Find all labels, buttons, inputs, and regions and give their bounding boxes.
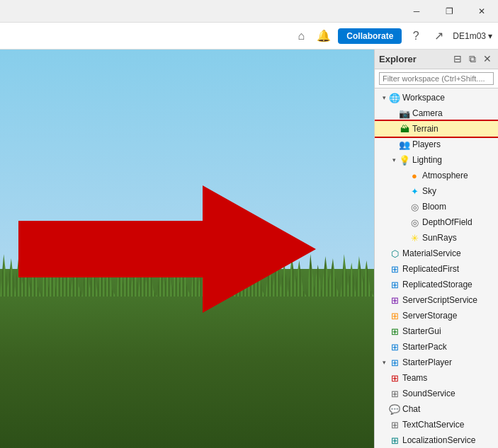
tree-item-icon-serverscriptservice: ⊞ <box>389 294 400 306</box>
tree-item-label-chat: Chat <box>402 404 420 414</box>
tree-item-starterplayer[interactable]: ▾⊞StarterPlayer <box>375 355 498 370</box>
tree-item-icon-bloom: ◎ <box>409 201 420 212</box>
filter-bar <box>375 69 498 88</box>
close-button[interactable]: ✕ <box>465 0 498 23</box>
tree-item-icon-soundservice: ⊞ <box>389 388 400 399</box>
tree-item-label-atmosphere: Atmosphere <box>422 171 468 180</box>
tree-expand-arrow <box>399 171 409 180</box>
tree-item-icon-starterplayer: ⊞ <box>389 357 400 368</box>
explorer-title: Explorer <box>379 54 417 64</box>
tree-expand-arrow <box>379 404 389 414</box>
share-icon[interactable]: ↗ <box>430 28 447 45</box>
tree-item-icon-terrain: 🏔 <box>399 123 410 134</box>
tree-expand-arrow <box>379 389 389 398</box>
tree-expand-arrow <box>389 139 399 149</box>
notification-icon[interactable]: 🔔 <box>315 28 332 45</box>
user-menu[interactable]: DE1m03 ▾ <box>453 31 492 41</box>
tree-item-terrain[interactable]: 🏔Terrain <box>375 121 498 137</box>
tree-item-label-workspace: Workspace <box>402 93 445 103</box>
tree-item-localizationservice[interactable]: ⊞LocalizationService <box>375 432 498 448</box>
tree-item-startergui[interactable]: ⊞StarterGui <box>375 323 498 339</box>
maximize-button[interactable]: ❐ <box>433 0 465 23</box>
tree-item-icon-sunrays: ✳ <box>409 232 420 243</box>
tree-item-replicatedstorage[interactable]: ⊞ReplicatedStorage <box>375 277 498 292</box>
tree-expand-arrow <box>379 326 389 336</box>
help-icon[interactable]: ? <box>407 28 424 45</box>
tree-item-label-depthoffield: DepthOfField <box>422 217 472 227</box>
tree-expand-arrow <box>379 248 389 258</box>
tree-expand-arrow <box>399 186 409 196</box>
tree-item-label-materialservice: MaterialService <box>402 248 461 258</box>
tree-item-sky[interactable]: ✦Sky <box>375 183 498 199</box>
tree-item-label-localizationservice: LocalizationService <box>402 435 475 445</box>
tree-expand-arrow <box>399 202 409 212</box>
tree-item-replicatedfirst[interactable]: ⊞ReplicatedFirst <box>375 261 498 277</box>
tree-item-camera[interactable]: 📷Camera <box>375 105 498 121</box>
tree-item-chat[interactable]: 💬Chat <box>375 401 498 417</box>
viewport <box>0 50 374 448</box>
explorer-header: Explorer ⊟ ⧉ ✕ <box>375 50 498 69</box>
tree-expand-arrow[interactable]: ▾ <box>379 357 389 367</box>
chevron-down-icon: ▾ <box>488 31 492 41</box>
tree-item-icon-teams: ⊞ <box>389 372 400 384</box>
collaborate-button[interactable]: Collaborate <box>338 28 402 44</box>
tree-expand-arrow <box>379 295 389 305</box>
tree-item-workspace[interactable]: ▾🌐Workspace <box>375 90 498 105</box>
tree-item-atmosphere[interactable]: ●Atmosphere <box>375 168 498 183</box>
tree-item-serverstorage[interactable]: ⊞ServerStorage <box>375 308 498 323</box>
explorer-dock-icon[interactable]: ⧉ <box>467 52 478 66</box>
tree-item-icon-localizationservice: ⊞ <box>389 435 400 446</box>
tree-item-textchatservice[interactable]: ⊞TextChatService <box>375 417 498 432</box>
tree-item-icon-workspace: 🌐 <box>389 92 400 103</box>
tree-item-starterpack[interactable]: ⊞StarterPack <box>375 339 498 355</box>
tree-item-label-soundservice: SoundService <box>402 389 455 398</box>
tree-expand-arrow <box>399 217 409 227</box>
explorer-close-icon[interactable]: ✕ <box>481 52 494 66</box>
tree-expand-arrow <box>389 124 399 134</box>
tree-expand-arrow <box>379 342 389 352</box>
tree-item-serverscriptservice[interactable]: ⊞ServerScriptService <box>375 292 498 308</box>
tree-item-soundservice[interactable]: ⊞SoundService <box>375 386 498 401</box>
main-area: Explorer ⊟ ⧉ ✕ ▾🌐Workspace📷Camera🏔Terrai… <box>0 50 498 448</box>
tree-item-label-serverscriptservice: ServerScriptService <box>402 295 477 305</box>
minimize-button[interactable]: ─ <box>400 0 433 23</box>
window-controls: ─ ❐ ✕ <box>400 0 498 22</box>
tree-item-bloom[interactable]: ◎Bloom <box>375 199 498 214</box>
tree-expand-arrow <box>379 373 389 383</box>
tree-item-icon-serverstorage: ⊞ <box>389 310 400 321</box>
tree-item-label-teams: Teams <box>402 373 427 383</box>
tree-item-materialservice[interactable]: ⬡MaterialService <box>375 246 498 261</box>
tree-item-label-serverstorage: ServerStorage <box>402 311 457 321</box>
tree-item-sunrays[interactable]: ✳SunRays <box>375 230 498 246</box>
tree-item-label-starterplayer: StarterPlayer <box>402 357 452 367</box>
tree-container: ▾🌐Workspace📷Camera🏔Terrain👥Players▾💡Ligh… <box>375 88 498 448</box>
user-label: DE1m03 <box>453 31 486 41</box>
tree-item-icon-starterpack: ⊞ <box>389 341 400 352</box>
tree-item-icon-players: 👥 <box>399 139 410 150</box>
tree-expand-arrow <box>399 233 409 243</box>
tree-item-icon-textchatservice: ⊞ <box>389 419 400 430</box>
tree-item-depthoffield[interactable]: ◎DepthOfField <box>375 214 498 230</box>
tree-item-label-startergui: StarterGui <box>402 326 441 336</box>
tree-item-icon-chat: 💬 <box>389 403 400 415</box>
tree-item-label-players: Players <box>412 139 441 149</box>
home-icon[interactable]: ⌂ <box>293 28 310 45</box>
tree-item-teams[interactable]: ⊞Teams <box>375 370 498 386</box>
tree-item-players[interactable]: 👥Players <box>375 137 498 152</box>
tree-item-icon-materialservice: ⬡ <box>389 248 400 259</box>
tree-expand-arrow[interactable]: ▾ <box>389 155 399 165</box>
filter-input[interactable] <box>379 72 494 85</box>
tree-item-icon-lighting: 💡 <box>399 154 410 166</box>
tree-expand-arrow <box>379 435 389 445</box>
tree-item-icon-startergui: ⊞ <box>389 326 400 337</box>
svg-marker-0 <box>18 185 316 313</box>
titlebar: ─ ❐ ✕ <box>0 0 498 23</box>
explorer-header-icons: ⊟ ⧉ ✕ <box>451 52 494 66</box>
tree-item-lighting[interactable]: ▾💡Lighting <box>375 152 498 168</box>
tree-item-label-sky: Sky <box>422 186 436 196</box>
toolbar: ⌂ 🔔 Collaborate ? ↗ DE1m03 ▾ <box>0 23 498 50</box>
tree-item-label-lighting: Lighting <box>412 155 442 165</box>
tree-expand-arrow[interactable]: ▾ <box>379 93 389 103</box>
explorer-panel: Explorer ⊟ ⧉ ✕ ▾🌐Workspace📷Camera🏔Terrai… <box>374 50 498 448</box>
explorer-collapse-icon[interactable]: ⊟ <box>451 52 464 66</box>
